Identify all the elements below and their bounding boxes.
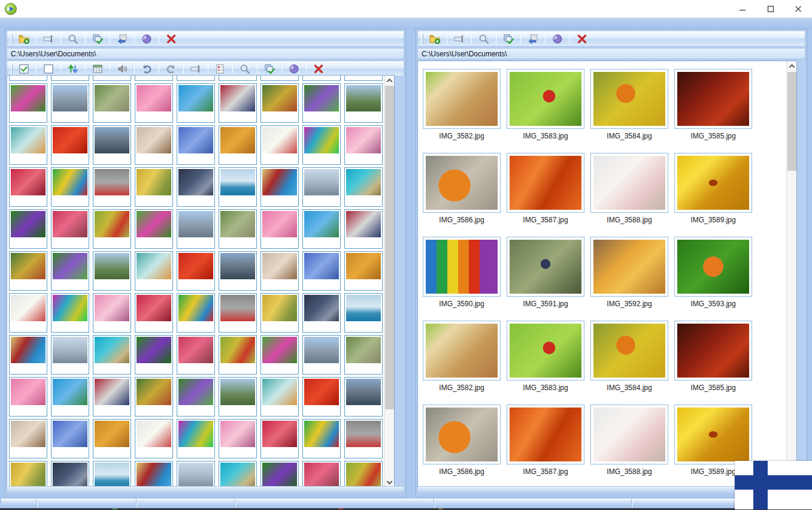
thumbnail-image[interactable] xyxy=(304,253,339,279)
thumbnail-cell[interactable] xyxy=(93,419,131,458)
thumbnail-cell[interactable] xyxy=(344,167,383,207)
thumbnail-image[interactable] xyxy=(137,337,171,363)
thumbnail-image[interactable] xyxy=(220,379,255,405)
thumbnail-cell[interactable] xyxy=(302,461,341,487)
thumbnail-cell[interactable] xyxy=(219,419,257,458)
thumbnail-cell[interactable] xyxy=(135,461,173,487)
thumbnail-image[interactable] xyxy=(53,337,87,363)
thumbnail-cell[interactable] xyxy=(93,76,131,81)
delete-icon[interactable] xyxy=(574,32,590,46)
image-frame[interactable] xyxy=(507,153,584,213)
scroll-down-icon[interactable] xyxy=(384,476,395,487)
thumbnail-cell[interactable] xyxy=(344,293,383,333)
delete-icon[interactable] xyxy=(311,62,326,76)
thumbnail-image[interactable] xyxy=(677,156,749,210)
thumbnail-image[interactable] xyxy=(11,421,46,447)
minimize-button[interactable] xyxy=(729,0,756,18)
thumbnail-cell[interactable] xyxy=(260,251,299,291)
thumbnail-cell[interactable] xyxy=(9,251,47,291)
thumbnail-image[interactable] xyxy=(593,240,665,294)
thumbnail-image[interactable] xyxy=(137,85,171,111)
toolbar-grip[interactable] xyxy=(11,64,13,74)
search-icon[interactable] xyxy=(65,32,81,46)
thumbnail-image[interactable] xyxy=(262,253,297,279)
thumbnail-image[interactable] xyxy=(137,211,171,237)
thumbnail-cell[interactable] xyxy=(344,335,383,375)
thumbnail-image[interactable] xyxy=(510,156,581,210)
thumbnail-cell[interactable] xyxy=(177,335,215,375)
thumbnail-cell[interactable] xyxy=(344,419,383,458)
thumbnail-image[interactable] xyxy=(137,169,171,195)
image-item[interactable]: IMG_3583.jpg xyxy=(507,321,584,392)
thumbnail-image[interactable] xyxy=(95,421,129,447)
thumbnail-cell[interactable] xyxy=(177,76,215,81)
image-frame[interactable] xyxy=(674,153,752,213)
thumbnail-cell[interactable] xyxy=(93,209,131,249)
thumbnail-image[interactable] xyxy=(677,72,749,126)
thumbnail-image[interactable] xyxy=(137,463,171,487)
thumbnail-image[interactable] xyxy=(262,379,297,405)
thumbnail-image[interactable] xyxy=(137,421,171,447)
thumbnail-image[interactable] xyxy=(304,169,339,195)
thumbnail-image[interactable] xyxy=(53,295,87,321)
right-scrollbar-thumb[interactable] xyxy=(787,72,796,171)
thumbnail-cell[interactable] xyxy=(302,167,341,207)
thumbnail-image[interactable] xyxy=(262,295,297,321)
thumbnail-image[interactable] xyxy=(137,295,171,321)
image-item[interactable]: IMG_3592.jpg xyxy=(590,237,668,308)
thumbnail-image[interactable] xyxy=(220,85,255,111)
image-item[interactable]: IMG_3584.jpg xyxy=(590,69,668,140)
thumbnail-cell[interactable] xyxy=(260,209,299,249)
thumbnail-cell[interactable] xyxy=(9,461,47,487)
thumbnail-cell[interactable] xyxy=(135,293,173,333)
thumbnail-image[interactable] xyxy=(262,421,297,447)
image-item[interactable]: IMG_3583.jpg xyxy=(507,69,584,140)
search-icon[interactable] xyxy=(476,32,492,46)
thumbnail-cell[interactable] xyxy=(260,83,299,123)
thumbnail-image[interactable] xyxy=(262,127,297,153)
thumbnail-image[interactable] xyxy=(11,85,46,111)
thumbnail-image[interactable] xyxy=(137,253,171,279)
image-item[interactable]: IMG_3582.jpg xyxy=(423,69,501,140)
thumbnail-image[interactable] xyxy=(304,85,339,111)
thumbnail-cell[interactable] xyxy=(135,167,173,207)
thumbnail-cell[interactable] xyxy=(219,335,257,375)
thumbnail-cell[interactable] xyxy=(9,83,47,123)
check-all-icon[interactable] xyxy=(16,62,32,76)
thumbnail-image[interactable] xyxy=(262,211,297,237)
image-frame[interactable] xyxy=(590,321,668,381)
thumbnail-cell[interactable] xyxy=(93,335,131,375)
thumbnail-image[interactable] xyxy=(95,379,129,405)
thumbnail-image[interactable] xyxy=(178,253,213,279)
thumbnail-image[interactable] xyxy=(346,463,381,487)
audio-icon[interactable] xyxy=(114,62,130,76)
image-frame[interactable] xyxy=(507,321,584,381)
thumbnail-cell[interactable] xyxy=(51,167,89,207)
table-view-icon[interactable] xyxy=(90,62,105,76)
thumbnail-image[interactable] xyxy=(426,408,498,461)
thumbnail-image[interactable] xyxy=(593,408,665,461)
pie-stats-icon[interactable] xyxy=(286,62,302,76)
thumbnail-cell[interactable] xyxy=(93,377,131,417)
thumbnail-cell[interactable] xyxy=(344,377,383,417)
image-item[interactable]: IMG_3588.jpg xyxy=(590,405,668,476)
image-item[interactable]: IMG_3586.jpg xyxy=(423,405,501,476)
thumbnail-cell[interactable] xyxy=(135,76,173,81)
thumbnail-cell[interactable] xyxy=(177,83,215,123)
thumbnail-cell[interactable] xyxy=(93,125,131,165)
thumbnail-cell[interactable] xyxy=(344,461,383,487)
image-frame[interactable] xyxy=(507,405,584,464)
thumbnail-image[interactable] xyxy=(53,85,87,111)
thumbnail-image[interactable] xyxy=(304,337,339,363)
thumbnail-cell[interactable] xyxy=(135,209,173,249)
image-item[interactable]: IMG_3586.jpg xyxy=(423,153,501,224)
new-folder-icon[interactable] xyxy=(427,32,443,46)
thumbnail-cell[interactable] xyxy=(177,461,215,487)
thumbnail-cell[interactable] xyxy=(260,377,299,417)
pie-stats-icon[interactable] xyxy=(550,32,565,46)
thumbnail-cell[interactable] xyxy=(260,76,299,81)
move-back-icon[interactable] xyxy=(525,32,541,46)
thumbnail-cell[interactable] xyxy=(302,293,341,333)
image-frame[interactable] xyxy=(590,405,668,464)
thumbnail-cell[interactable] xyxy=(260,461,299,487)
